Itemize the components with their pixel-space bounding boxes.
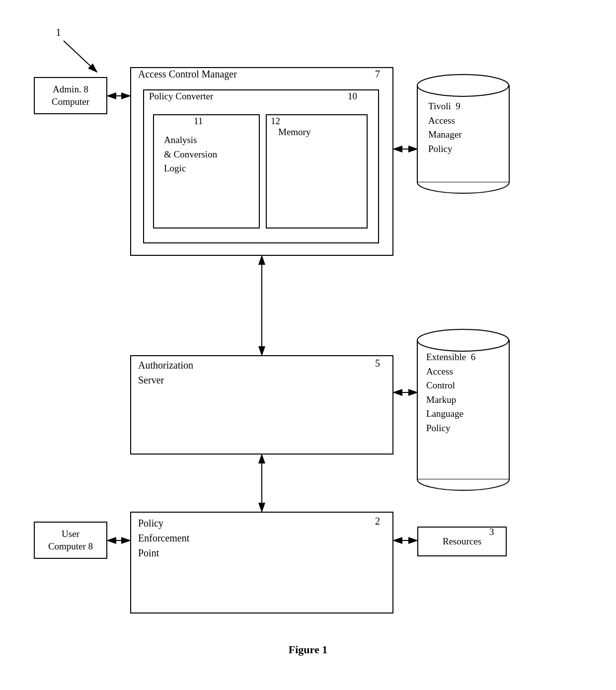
xacml-line3: Control <box>426 379 475 393</box>
pep-line1: Policy <box>138 516 189 531</box>
ref-number: 1 <box>56 26 61 38</box>
tivoli-line4: Policy <box>428 142 462 156</box>
user-computer-line1: User <box>48 528 93 540</box>
resources-number: 3 <box>489 527 494 537</box>
svg-line-3 <box>64 41 97 72</box>
xacml-line5: Language <box>426 407 475 421</box>
admin-computer-line1: Admin. 8 <box>52 83 89 96</box>
admin-computer-box: Admin. 8 Computer <box>34 77 107 114</box>
figure-caption: Figure 1 <box>0 643 616 656</box>
as-line2: Server <box>138 373 193 387</box>
pep-line2: Enforcement <box>138 531 189 545</box>
authorization-server-label: Authorization Server <box>138 358 193 387</box>
admin-computer-line2: Computer <box>52 96 89 108</box>
as-line1: Authorization <box>138 358 193 373</box>
acm-number: 7 <box>375 69 380 80</box>
tivoli-line3: Manager <box>428 128 462 142</box>
pep-label: Policy Enforcement Point <box>138 516 189 560</box>
tivoli-line1: Tivoli 9 <box>428 99 462 114</box>
resources-label: Resources <box>443 536 481 547</box>
memory-label: Memory <box>278 127 310 138</box>
svg-point-12 <box>417 75 509 96</box>
acm-label: Access Control Manager <box>138 69 237 80</box>
xacml-line4: Markup <box>426 393 475 407</box>
authorization-server-number: 5 <box>375 358 380 369</box>
analysis-logic-label: Analysis & Conversion Logic <box>164 133 217 176</box>
user-computer-box: User Computer 8 <box>34 522 107 559</box>
xacml-label: Extensible 6 Access Control Markup Langu… <box>426 350 475 435</box>
memory-number: 12 <box>271 116 280 127</box>
xacml-line2: Access <box>426 365 475 379</box>
user-computer-line2: Computer 8 <box>48 540 93 553</box>
xacml-line1: Extensible 6 <box>426 350 475 365</box>
tivoli-label: Tivoli 9 Access Manager Policy <box>428 99 462 156</box>
pep-line3: Point <box>138 545 189 560</box>
policy-converter-number: 10 <box>348 91 357 102</box>
pep-number: 2 <box>375 516 380 527</box>
diagram: 1 Admin. 8 Computer <box>0 0 616 690</box>
tivoli-line2: Access <box>428 114 462 128</box>
analysis-logic-number: 11 <box>194 116 203 127</box>
xacml-line6: Policy <box>426 421 475 436</box>
policy-converter-label: Policy Converter <box>149 91 213 102</box>
svg-point-14 <box>417 329 509 351</box>
